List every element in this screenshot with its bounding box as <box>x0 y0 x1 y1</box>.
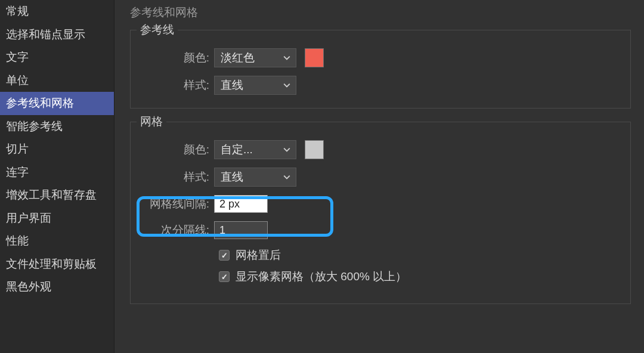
grids-in-back-checkbox[interactable] <box>219 250 230 261</box>
grid-style-label: 样式: <box>143 169 214 185</box>
chevron-down-icon <box>283 54 291 62</box>
grid-group-title: 网格 <box>137 114 166 129</box>
preferences-content: 参考线和网格 参考线 颜色: 淡红色 样式: 直线 网格 <box>114 0 644 353</box>
grid-color-label: 颜色: <box>143 142 214 157</box>
guides-color-swatch[interactable] <box>305 48 324 67</box>
guides-color-value: 淡红色 <box>221 50 255 66</box>
guides-style-value: 直线 <box>221 78 243 93</box>
sidebar-item-black-appearance[interactable]: 黑色外观 <box>0 275 114 299</box>
sidebar-item-units[interactable]: 单位 <box>0 69 114 92</box>
guides-group-title: 参考线 <box>137 22 178 38</box>
grid-group: 网格 颜色: 自定... 样式: 直线 网格线间隔: <box>130 122 631 304</box>
guides-color-label: 颜色: <box>143 50 214 66</box>
sidebar-item-type[interactable]: 文字 <box>0 46 114 69</box>
sidebar-item-general[interactable]: 常规 <box>0 0 114 23</box>
subdivision-input[interactable] <box>214 221 268 239</box>
chevron-down-icon <box>283 145 291 154</box>
subdivision-label: 次分隔线: <box>143 222 214 238</box>
gridline-spacing-label: 网格线间隔: <box>143 196 214 212</box>
grid-style-dropdown[interactable]: 直线 <box>214 168 296 187</box>
grid-color-value: 自定... <box>221 142 253 157</box>
chevron-down-icon <box>283 81 291 89</box>
page-title: 参考线和网格 <box>130 5 644 20</box>
chevron-down-icon <box>283 173 291 181</box>
sidebar-item-smart-guides[interactable]: 智能参考线 <box>0 115 114 138</box>
sidebar-item-hyphenation[interactable]: 连字 <box>0 161 114 184</box>
sidebar-item-selection-anchor[interactable]: 选择和锚点显示 <box>0 23 114 47</box>
sidebar-item-performance[interactable]: 性能 <box>0 230 114 253</box>
grid-style-value: 直线 <box>221 169 243 185</box>
show-pixel-grid-checkbox[interactable] <box>219 271 230 282</box>
preferences-sidebar: 常规 选择和锚点显示 文字 单位 参考线和网格 智能参考线 切片 连字 增效工具… <box>0 0 114 353</box>
grid-color-dropdown[interactable]: 自定... <box>214 140 296 159</box>
guides-color-dropdown[interactable]: 淡红色 <box>214 48 296 67</box>
guides-style-dropdown[interactable]: 直线 <box>214 76 296 95</box>
sidebar-item-file-clipboard[interactable]: 文件处理和剪贴板 <box>0 253 114 276</box>
sidebar-item-user-interface[interactable]: 用户界面 <box>0 207 114 230</box>
sidebar-item-guides-grid[interactable]: 参考线和网格 <box>0 92 114 115</box>
guides-style-label: 样式: <box>143 78 214 93</box>
guides-group: 参考线 颜色: 淡红色 样式: 直线 <box>130 30 631 109</box>
sidebar-item-slices[interactable]: 切片 <box>0 138 114 161</box>
grid-color-swatch[interactable] <box>305 140 324 159</box>
grids-in-back-label: 网格置后 <box>236 247 281 263</box>
sidebar-item-plugins-scratch[interactable]: 增效工具和暂存盘 <box>0 184 114 207</box>
gridline-spacing-input[interactable] <box>214 195 268 213</box>
show-pixel-grid-label: 显示像素网格（放大 600% 以上） <box>236 269 407 284</box>
